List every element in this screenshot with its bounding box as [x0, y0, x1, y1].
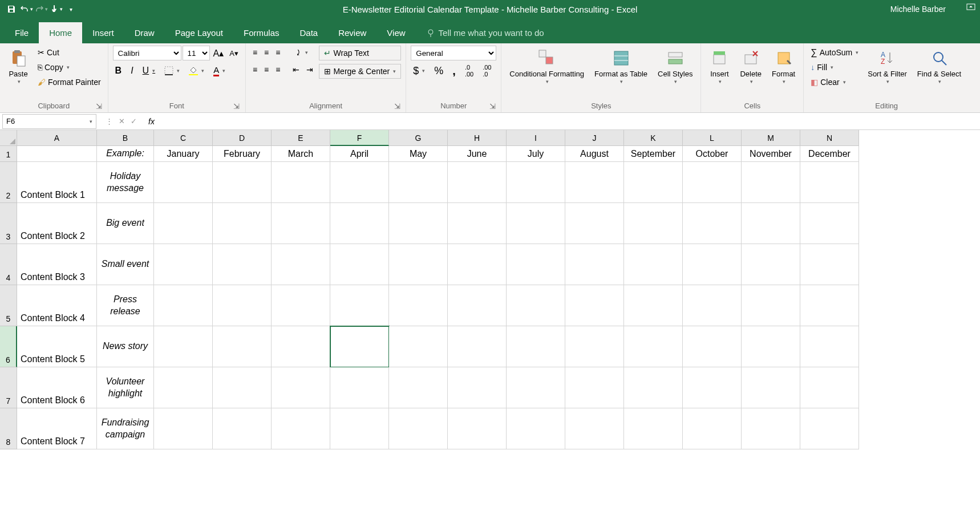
cell[interactable]: Content Block 4: [17, 285, 97, 326]
fill-color-button[interactable]: ▾: [187, 64, 206, 78]
cell[interactable]: Press release: [97, 285, 154, 326]
cell[interactable]: Big event: [97, 203, 154, 244]
accounting-format-button[interactable]: $▾: [411, 64, 427, 78]
wrap-text-button[interactable]: ↵Wrap Text: [319, 46, 401, 60]
customize-qat-icon[interactable]: ▾: [64, 2, 78, 16]
number-format-select[interactable]: General: [411, 46, 496, 60]
tab-view[interactable]: View: [376, 22, 415, 43]
cell[interactable]: Fundraising campaign: [97, 408, 154, 449]
cell[interactable]: [330, 408, 389, 449]
grow-font-icon[interactable]: A▴: [211, 46, 226, 60]
ribbon-display-icon[interactable]: [966, 3, 975, 12]
cell[interactable]: March: [272, 146, 330, 162]
cell[interactable]: [565, 285, 624, 326]
cell[interactable]: November: [742, 146, 800, 162]
cell[interactable]: [800, 326, 859, 367]
row-header-1[interactable]: 1: [0, 146, 17, 162]
tab-review[interactable]: Review: [328, 22, 376, 43]
tab-formulas[interactable]: Formulas: [233, 22, 290, 43]
cell[interactable]: [272, 326, 330, 367]
cell[interactable]: [800, 244, 859, 285]
cell[interactable]: Holiday message: [97, 162, 154, 203]
cell[interactable]: [624, 408, 683, 449]
cell[interactable]: [330, 203, 389, 244]
cell[interactable]: [448, 326, 507, 367]
cell[interactable]: [272, 285, 330, 326]
column-header-I[interactable]: I: [507, 130, 565, 146]
cell[interactable]: [565, 367, 624, 408]
row-header-5[interactable]: 5: [0, 285, 17, 326]
cell[interactable]: August: [565, 146, 624, 162]
cell[interactable]: [213, 203, 272, 244]
formula-input[interactable]: [159, 115, 980, 128]
namebox-more-icon[interactable]: ⋮: [106, 117, 113, 125]
cell[interactable]: [507, 203, 565, 244]
borders-button[interactable]: ▾: [162, 64, 182, 78]
fill-button[interactable]: ↓Fill▾: [808, 60, 861, 74]
cell[interactable]: [330, 326, 389, 367]
font-size-select[interactable]: 11: [183, 46, 210, 60]
align-center-icon[interactable]: ≡: [262, 63, 271, 76]
select-all-corner[interactable]: [0, 130, 17, 146]
cell[interactable]: [565, 408, 624, 449]
cell[interactable]: February: [213, 146, 272, 162]
italic-button[interactable]: I: [128, 64, 135, 78]
cell[interactable]: [448, 367, 507, 408]
bold-button[interactable]: B: [113, 64, 124, 78]
clear-button[interactable]: ◧Clear▾: [808, 75, 861, 89]
cell[interactable]: December: [800, 146, 859, 162]
cell[interactable]: [213, 162, 272, 203]
format-as-table-button[interactable]: Format as Table▾: [591, 46, 651, 87]
autosum-button[interactable]: ∑AutoSum▾: [808, 46, 861, 59]
cell[interactable]: [742, 162, 800, 203]
comma-format-button[interactable]: ,: [450, 64, 458, 78]
column-header-M[interactable]: M: [742, 130, 800, 146]
cell[interactable]: Small event: [97, 244, 154, 285]
cell[interactable]: July: [507, 146, 565, 162]
tab-file[interactable]: File: [5, 22, 39, 43]
cell[interactable]: [565, 162, 624, 203]
cell[interactable]: [624, 326, 683, 367]
underline-button[interactable]: U▾: [140, 64, 158, 78]
cell[interactable]: [448, 203, 507, 244]
touch-mode-icon[interactable]: ▾: [49, 2, 63, 16]
cell[interactable]: [624, 285, 683, 326]
cut-button[interactable]: ✂Cut: [35, 46, 103, 59]
cell[interactable]: [272, 367, 330, 408]
column-header-K[interactable]: K: [624, 130, 683, 146]
cell[interactable]: [683, 244, 742, 285]
cell[interactable]: [17, 146, 97, 162]
cell-styles-button[interactable]: Cell Styles▾: [654, 46, 696, 87]
cell[interactable]: [683, 162, 742, 203]
decrease-indent-icon[interactable]: ⇤: [290, 63, 302, 76]
number-launcher-icon[interactable]: ⇲: [488, 102, 496, 110]
cell[interactable]: January: [154, 146, 213, 162]
cell[interactable]: [389, 285, 448, 326]
increase-indent-icon[interactable]: ⇥: [304, 63, 315, 76]
save-icon[interactable]: [5, 2, 18, 16]
cell[interactable]: [624, 367, 683, 408]
column-header-C[interactable]: C: [154, 130, 213, 146]
insert-button[interactable]: Insert▾: [706, 46, 733, 87]
cell[interactable]: [448, 244, 507, 285]
conditional-formatting-button[interactable]: Conditional Formatting▾: [506, 46, 588, 87]
cell[interactable]: [507, 326, 565, 367]
align-right-icon[interactable]: ≡: [273, 63, 282, 76]
column-header-B[interactable]: B: [97, 130, 154, 146]
row-header-3[interactable]: 3: [0, 203, 17, 244]
cell[interactable]: News story: [97, 326, 154, 367]
cell[interactable]: September: [624, 146, 683, 162]
cell[interactable]: Example:: [97, 146, 154, 162]
shrink-font-icon[interactable]: A▾: [227, 46, 241, 60]
cell[interactable]: [800, 162, 859, 203]
cell[interactable]: [683, 326, 742, 367]
name-box[interactable]: F6▾: [2, 114, 96, 129]
font-color-button[interactable]: A▾: [211, 64, 228, 78]
tab-page-layout[interactable]: Page Layout: [165, 22, 233, 43]
format-button[interactable]: Format▾: [768, 46, 799, 87]
cell[interactable]: [507, 408, 565, 449]
cell[interactable]: [154, 203, 213, 244]
fx-icon[interactable]: fx: [144, 117, 159, 126]
cell[interactable]: [742, 367, 800, 408]
cell[interactable]: [507, 285, 565, 326]
